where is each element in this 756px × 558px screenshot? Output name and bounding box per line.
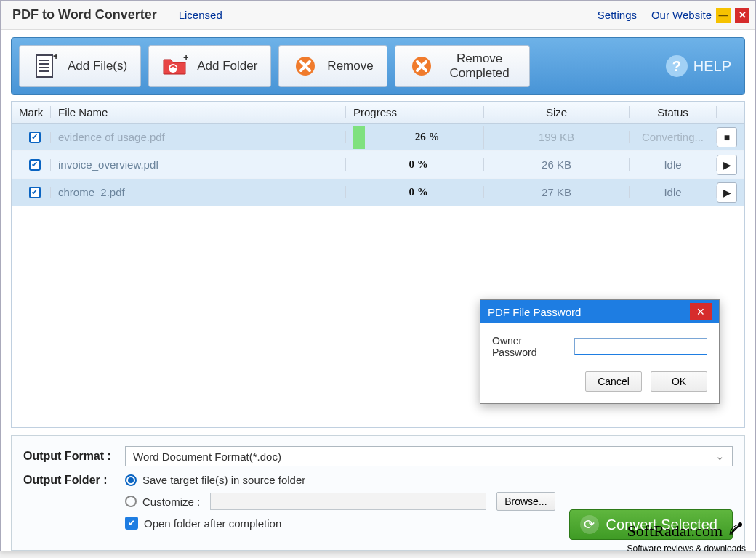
dialog-titlebar: PDF File Password ✕ bbox=[480, 300, 719, 323]
folder-plus-icon: + bbox=[162, 53, 188, 79]
dialog-ok-button[interactable]: OK bbox=[651, 371, 707, 392]
row-checkbox[interactable] bbox=[29, 159, 41, 171]
file-size: 27 KB bbox=[484, 186, 630, 198]
remove-completed-label: Remove Completed bbox=[443, 52, 516, 81]
remove-button[interactable]: Remove bbox=[278, 45, 387, 87]
chevron-down-icon: ⌄ bbox=[715, 450, 725, 463]
document-plus-icon: + bbox=[33, 53, 59, 79]
help-icon: ? bbox=[666, 55, 688, 77]
website-link[interactable]: Our Website bbox=[651, 9, 712, 21]
play-button[interactable]: ▶ bbox=[717, 155, 737, 175]
svg-text:+: + bbox=[53, 54, 57, 62]
file-size: 26 KB bbox=[484, 158, 630, 171]
table-row[interactable]: evidence of usage.pdf26 %199 KBConvertin… bbox=[12, 124, 744, 151]
column-filename[interactable]: File Name bbox=[51, 106, 346, 118]
table-header: Mark File Name Progress Size Status bbox=[12, 102, 744, 124]
file-size: 199 KB bbox=[484, 131, 630, 143]
main-window: PDF to Word Converter Licensed Settings … bbox=[0, 0, 756, 551]
progress-bar bbox=[353, 126, 365, 149]
stop-icon: ■ bbox=[724, 132, 730, 143]
file-name: invoice_overview.pdf bbox=[51, 158, 346, 171]
remove-icon bbox=[292, 53, 318, 79]
play-button[interactable]: ▶ bbox=[717, 182, 737, 203]
play-icon: ▶ bbox=[723, 187, 731, 198]
licensed-link[interactable]: Licensed bbox=[179, 9, 222, 21]
svg-point-6 bbox=[169, 64, 177, 73]
remove-completed-icon bbox=[409, 53, 435, 79]
column-mark[interactable]: Mark bbox=[12, 106, 51, 118]
browse-button[interactable]: Browse... bbox=[496, 492, 555, 511]
password-dialog: PDF File Password ✕ Owner Password Cance… bbox=[480, 299, 720, 404]
row-checkbox[interactable] bbox=[29, 187, 41, 198]
add-files-button[interactable]: + Add File(s) bbox=[19, 45, 141, 87]
dialog-cancel-button[interactable]: Cancel bbox=[585, 371, 642, 392]
output-format-select[interactable]: Word Document Format(*.doc) ⌄ bbox=[125, 446, 733, 466]
column-status[interactable]: Status bbox=[630, 106, 717, 118]
add-folder-button[interactable]: + Add Folder bbox=[148, 45, 271, 87]
radio-customize[interactable] bbox=[125, 496, 137, 507]
owner-password-label: Owner Password bbox=[492, 335, 566, 358]
radio-customize-label: Customize : bbox=[142, 496, 200, 508]
radio-source-label: Save target file(s) in source folder bbox=[142, 474, 305, 486]
file-status: Idle bbox=[630, 158, 717, 171]
progress-text: 0 % bbox=[409, 186, 427, 198]
progress-text: 0 % bbox=[409, 158, 427, 171]
stop-button[interactable]: ■ bbox=[717, 127, 737, 147]
remove-completed-button[interactable]: Remove Completed bbox=[395, 45, 530, 87]
owner-password-input[interactable] bbox=[574, 338, 707, 355]
convert-icon: ⟳ bbox=[580, 515, 599, 534]
svg-text:+: + bbox=[183, 55, 188, 63]
file-status: Idle bbox=[630, 186, 717, 198]
remove-label: Remove bbox=[327, 59, 373, 73]
file-name: chrome_2.pdf bbox=[51, 186, 346, 198]
output-format-value: Word Document Format(*.doc) bbox=[133, 450, 281, 463]
file-status: Converting... bbox=[630, 131, 717, 143]
open-folder-label: Open folder after completion bbox=[144, 517, 281, 530]
column-size[interactable]: Size bbox=[484, 106, 630, 118]
add-folder-label: Add Folder bbox=[197, 59, 257, 73]
app-title: PDF to Word Converter bbox=[7, 7, 157, 23]
customize-path-input[interactable] bbox=[210, 493, 486, 510]
radio-source-folder[interactable] bbox=[125, 474, 137, 486]
help-label: HELP bbox=[693, 58, 731, 75]
titlebar: PDF to Word Converter Licensed Settings … bbox=[1, 1, 755, 30]
table-row[interactable]: chrome_2.pdf0 %27 KBIdle▶ bbox=[12, 179, 744, 206]
output-panel: Output Format : Word Document Format(*.d… bbox=[11, 435, 745, 551]
convert-label: Convert Selected bbox=[606, 517, 717, 533]
settings-link[interactable]: Settings bbox=[598, 9, 637, 21]
row-checkbox[interactable] bbox=[29, 132, 41, 143]
open-folder-checkbox[interactable]: ✔ bbox=[125, 517, 138, 530]
column-progress[interactable]: Progress bbox=[346, 106, 484, 118]
close-button[interactable]: ✕ bbox=[735, 8, 749, 23]
table-row[interactable]: invoice_overview.pdf0 %26 KBIdle▶ bbox=[12, 151, 744, 179]
add-files-label: Add File(s) bbox=[68, 59, 127, 73]
output-folder-label: Output Folder : bbox=[23, 474, 125, 487]
dialog-title: PDF File Password bbox=[488, 306, 581, 318]
progress-text: 26 % bbox=[415, 131, 440, 143]
svg-rect-0 bbox=[36, 55, 52, 77]
output-format-label: Output Format : bbox=[23, 450, 125, 463]
minimize-button[interactable]: — bbox=[716, 8, 731, 23]
play-icon: ▶ bbox=[723, 159, 731, 171]
convert-selected-button[interactable]: ⟳ Convert Selected bbox=[569, 509, 733, 540]
file-name: evidence of usage.pdf bbox=[51, 131, 346, 143]
help-button[interactable]: ? HELP bbox=[666, 55, 737, 77]
toolbar: + Add File(s) + Add Folder Remove Remove… bbox=[11, 37, 745, 95]
dialog-close-button[interactable]: ✕ bbox=[690, 303, 712, 320]
